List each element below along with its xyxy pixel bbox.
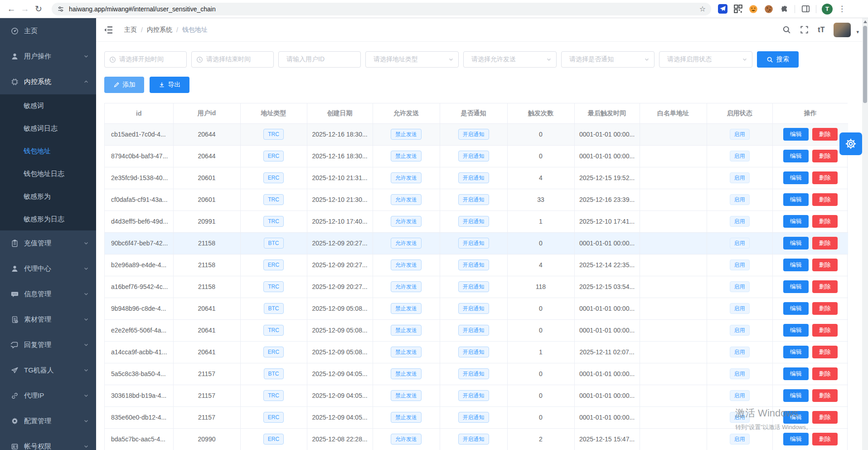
- edit-button[interactable]: 编辑: [783, 433, 809, 445]
- enable-status-tag[interactable]: 启用: [730, 281, 750, 292]
- back-icon[interactable]: ←: [5, 2, 18, 16]
- edit-button[interactable]: 编辑: [783, 411, 809, 424]
- notify-status-tag[interactable]: 开启通知: [458, 434, 489, 445]
- url-text[interactable]: haiwang.app/miwang#/internal/user_sensit…: [69, 5, 699, 13]
- filter-date-1[interactable]: 请选择结束时间: [191, 51, 274, 68]
- notify-status-tag[interactable]: 开启通知: [458, 194, 489, 205]
- send-status-tag[interactable]: 禁止发送: [391, 325, 422, 336]
- forward-icon[interactable]: →: [18, 2, 32, 16]
- enable-status-tag[interactable]: 启用: [730, 129, 750, 140]
- sidebar-item-sensitive-words[interactable]: 敏感词: [0, 94, 96, 117]
- edit-button[interactable]: 编辑: [783, 259, 809, 271]
- sidebar-item-user-ops[interactable]: 用户操作: [0, 44, 96, 69]
- notify-status-tag[interactable]: 开启通知: [458, 151, 489, 161]
- notify-status-tag[interactable]: 开启通知: [458, 238, 489, 249]
- notify-status-tag[interactable]: 开启通知: [458, 325, 489, 336]
- profile-avatar[interactable]: T: [822, 4, 833, 15]
- url-bar[interactable]: haiwang.app/miwang#/internal/user_sensit…: [52, 3, 711, 15]
- side-panel-icon[interactable]: [800, 4, 810, 14]
- add-button[interactable]: 添加: [104, 77, 144, 93]
- settings-fab[interactable]: [839, 132, 862, 155]
- qr-extension-icon[interactable]: [733, 4, 743, 14]
- edit-button[interactable]: 编辑: [783, 237, 809, 249]
- sidebar-item-sensitive-words-log[interactable]: 敏感词日志: [0, 117, 96, 140]
- edit-button[interactable]: 编辑: [783, 324, 809, 337]
- search-icon[interactable]: [782, 25, 791, 34]
- send-status-tag[interactable]: 禁止发送: [391, 347, 422, 357]
- menu-dots-icon[interactable]: ⋮: [838, 4, 846, 14]
- delete-button[interactable]: 删除: [812, 389, 838, 402]
- edit-button[interactable]: 编辑: [783, 171, 809, 184]
- edit-button[interactable]: 编辑: [783, 389, 809, 402]
- delete-button[interactable]: 删除: [812, 433, 838, 445]
- enable-status-tag[interactable]: 启用: [730, 412, 750, 423]
- filter-text-2[interactable]: 请输入用户ID: [278, 51, 361, 68]
- delete-button[interactable]: 删除: [812, 302, 838, 315]
- send-status-tag[interactable]: 允许发送: [391, 434, 422, 445]
- cookie-extension-icon[interactable]: [764, 4, 774, 14]
- send-status-tag[interactable]: 允许发送: [391, 259, 422, 270]
- send-status-tag[interactable]: 禁止发送: [391, 412, 422, 423]
- delete-button[interactable]: 删除: [812, 171, 838, 184]
- scrollbar-thumb[interactable]: [863, 26, 867, 103]
- notify-status-tag[interactable]: 开启通知: [458, 390, 489, 401]
- sidebar-item-internal-system[interactable]: 内控系统: [0, 69, 96, 94]
- sidebar-item-proxy-ip[interactable]: 代理IP: [0, 383, 96, 408]
- filter-select-6[interactable]: 请选择启用状态: [659, 51, 752, 68]
- sidebar-item-account-perm[interactable]: 帐号权限: [0, 434, 96, 450]
- sidebar-item-wallet-address[interactable]: 钱包地址: [0, 140, 96, 162]
- enable-status-tag[interactable]: 启用: [730, 368, 750, 379]
- notify-status-tag[interactable]: 开启通知: [458, 368, 489, 379]
- send-status-tag[interactable]: 禁止发送: [391, 303, 422, 314]
- enable-status-tag[interactable]: 启用: [730, 390, 750, 401]
- notify-status-tag[interactable]: 开启通知: [458, 347, 489, 357]
- sidebar-item-recharge[interactable]: 充值管理: [0, 230, 96, 256]
- enable-status-tag[interactable]: 启用: [730, 151, 750, 161]
- sidebar-item-message[interactable]: 信息管理: [0, 281, 96, 307]
- send-status-tag[interactable]: 禁止发送: [391, 151, 422, 161]
- notify-status-tag[interactable]: 开启通知: [458, 281, 489, 292]
- send-status-tag[interactable]: 禁止发送: [391, 390, 422, 401]
- extensions-puzzle-icon[interactable]: [779, 4, 789, 14]
- emoji-extension-icon[interactable]: [748, 4, 758, 14]
- telegram-extension-icon[interactable]: [718, 4, 727, 14]
- fullscreen-icon[interactable]: [800, 25, 809, 34]
- send-status-tag[interactable]: 禁止发送: [391, 129, 422, 140]
- sidebar-item-agent-center[interactable]: 代理中心: [0, 256, 96, 281]
- send-status-tag[interactable]: 允许发送: [391, 172, 422, 183]
- edit-button[interactable]: 编辑: [783, 215, 809, 228]
- delete-button[interactable]: 删除: [812, 259, 838, 271]
- sidebar-item-sensitive-behavior[interactable]: 敏感形为: [0, 185, 96, 208]
- search-button[interactable]: 搜索: [757, 51, 799, 68]
- notify-status-tag[interactable]: 开启通知: [458, 172, 489, 183]
- send-status-tag[interactable]: 允许发送: [391, 238, 422, 249]
- enable-status-tag[interactable]: 启用: [730, 347, 750, 357]
- edit-button[interactable]: 编辑: [783, 280, 809, 293]
- enable-status-tag[interactable]: 启用: [730, 238, 750, 249]
- sidebar-collapse-icon[interactable]: [103, 25, 113, 35]
- send-status-tag[interactable]: 允许发送: [391, 216, 422, 227]
- notify-status-tag[interactable]: 开启通知: [458, 216, 489, 227]
- delete-button[interactable]: 删除: [812, 280, 838, 293]
- site-settings-icon[interactable]: [57, 5, 64, 13]
- delete-button[interactable]: 删除: [812, 150, 838, 162]
- browser-scrollbar[interactable]: [862, 18, 868, 450]
- notify-status-tag[interactable]: 开启通知: [458, 412, 489, 423]
- delete-button[interactable]: 删除: [812, 411, 838, 424]
- enable-status-tag[interactable]: 启用: [730, 325, 750, 336]
- edit-button[interactable]: 编辑: [783, 150, 809, 162]
- sidebar-item-home[interactable]: 主页: [0, 18, 96, 44]
- filter-select-4[interactable]: 请选择允许发送: [463, 51, 557, 68]
- bookmark-star-icon[interactable]: ☆: [699, 5, 706, 13]
- sidebar-item-material[interactable]: 素材管理: [0, 307, 96, 332]
- enable-status-tag[interactable]: 启用: [730, 194, 750, 205]
- delete-button[interactable]: 删除: [812, 193, 838, 206]
- send-status-tag[interactable]: 禁止发送: [391, 368, 422, 379]
- delete-button[interactable]: 删除: [812, 324, 838, 337]
- filter-select-5[interactable]: 请选择是否通知: [561, 51, 655, 68]
- notify-status-tag[interactable]: 开启通知: [458, 129, 489, 140]
- sidebar-item-reply[interactable]: 回复管理: [0, 332, 96, 357]
- sidebar-item-sensitive-behavior-log[interactable]: 敏感形为日志: [0, 208, 96, 230]
- filter-date-0[interactable]: 请选择开始时间: [104, 51, 187, 68]
- edit-button[interactable]: 编辑: [783, 367, 809, 380]
